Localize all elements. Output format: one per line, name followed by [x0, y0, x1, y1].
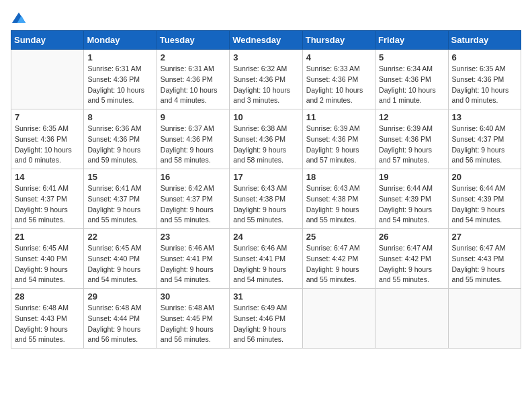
- day-info: Sunrise: 6:48 AM Sunset: 4:44 PM Dayligh…: [87, 303, 152, 345]
- calendar-cell: 29Sunrise: 6:48 AM Sunset: 4:44 PM Dayli…: [84, 289, 157, 349]
- day-info: Sunrise: 6:43 AM Sunset: 4:38 PM Dayligh…: [306, 183, 371, 226]
- day-number: 18: [306, 172, 371, 182]
- logo-icon: [11, 11, 27, 25]
- day-info: Sunrise: 6:33 AM Sunset: 4:36 PM Dayligh…: [306, 64, 371, 106]
- calendar-cell: 7Sunrise: 6:35 AM Sunset: 4:36 PM Daylig…: [11, 109, 84, 169]
- calendar-cell: [375, 289, 448, 349]
- day-number: 4: [306, 52, 371, 62]
- calendar-cell: 14Sunrise: 6:41 AM Sunset: 4:37 PM Dayli…: [11, 169, 84, 229]
- calendar-cell: 6Sunrise: 6:35 AM Sunset: 4:36 PM Daylig…: [448, 50, 521, 109]
- calendar-cell: 26Sunrise: 6:47 AM Sunset: 4:42 PM Dayli…: [375, 229, 448, 289]
- day-number: 9: [161, 112, 226, 122]
- day-info: Sunrise: 6:46 AM Sunset: 4:41 PM Dayligh…: [233, 243, 298, 285]
- day-number: 17: [233, 172, 298, 182]
- day-info: Sunrise: 6:40 AM Sunset: 4:37 PM Dayligh…: [452, 124, 517, 166]
- calendar-cell: 4Sunrise: 6:33 AM Sunset: 4:36 PM Daylig…: [302, 50, 375, 109]
- day-number: 6: [452, 52, 517, 62]
- calendar-cell: 10Sunrise: 6:38 AM Sunset: 4:36 PM Dayli…: [230, 109, 302, 169]
- day-info: Sunrise: 6:41 AM Sunset: 4:37 PM Dayligh…: [15, 183, 80, 226]
- day-info: Sunrise: 6:39 AM Sunset: 4:36 PM Dayligh…: [379, 124, 444, 166]
- day-number: 26: [379, 232, 444, 242]
- calendar-cell: 20Sunrise: 6:44 AM Sunset: 4:39 PM Dayli…: [448, 169, 521, 229]
- day-number: 3: [233, 52, 298, 62]
- day-info: Sunrise: 6:44 AM Sunset: 4:39 PM Dayligh…: [452, 183, 517, 226]
- day-number: 5: [379, 52, 444, 62]
- calendar-header-row: SundayMondayTuesdayWednesdayThursdayFrid…: [11, 31, 521, 50]
- day-number: 11: [306, 112, 371, 122]
- calendar-week-row: 1Sunrise: 6:31 AM Sunset: 4:36 PM Daylig…: [11, 50, 521, 109]
- day-info: Sunrise: 6:41 AM Sunset: 4:37 PM Dayligh…: [87, 183, 152, 226]
- calendar-cell: 30Sunrise: 6:48 AM Sunset: 4:45 PM Dayli…: [157, 289, 229, 349]
- col-header-thursday: Thursday: [302, 31, 375, 50]
- day-info: Sunrise: 6:44 AM Sunset: 4:39 PM Dayligh…: [379, 183, 444, 226]
- calendar-cell: 27Sunrise: 6:47 AM Sunset: 4:43 PM Dayli…: [448, 229, 521, 289]
- day-number: 8: [87, 112, 152, 122]
- day-number: 31: [233, 291, 298, 302]
- day-number: 23: [161, 232, 226, 242]
- day-info: Sunrise: 6:47 AM Sunset: 4:42 PM Dayligh…: [379, 243, 444, 285]
- calendar-table: SundayMondayTuesdayWednesdayThursdayFrid…: [11, 30, 521, 349]
- calendar-cell: 17Sunrise: 6:43 AM Sunset: 4:38 PM Dayli…: [230, 169, 302, 229]
- day-info: Sunrise: 6:31 AM Sunset: 4:36 PM Dayligh…: [161, 64, 226, 106]
- calendar-cell: 13Sunrise: 6:40 AM Sunset: 4:37 PM Dayli…: [448, 109, 521, 169]
- day-info: Sunrise: 6:35 AM Sunset: 4:36 PM Dayligh…: [15, 124, 80, 166]
- calendar-cell: 1Sunrise: 6:31 AM Sunset: 4:36 PM Daylig…: [84, 50, 157, 109]
- logo: [11, 11, 30, 25]
- col-header-sunday: Sunday: [11, 31, 84, 50]
- day-number: 30: [161, 291, 226, 302]
- calendar-cell: 21Sunrise: 6:45 AM Sunset: 4:40 PM Dayli…: [11, 229, 84, 289]
- day-number: 19: [379, 172, 444, 182]
- day-number: 16: [161, 172, 226, 182]
- calendar-cell: 11Sunrise: 6:39 AM Sunset: 4:36 PM Dayli…: [302, 109, 375, 169]
- calendar-cell: 23Sunrise: 6:46 AM Sunset: 4:41 PM Dayli…: [157, 229, 229, 289]
- day-number: 7: [15, 112, 80, 122]
- calendar-cell: 31Sunrise: 6:49 AM Sunset: 4:46 PM Dayli…: [230, 289, 302, 349]
- day-info: Sunrise: 6:45 AM Sunset: 4:40 PM Dayligh…: [87, 243, 152, 285]
- calendar-week-row: 21Sunrise: 6:45 AM Sunset: 4:40 PM Dayli…: [11, 229, 521, 289]
- calendar-cell: 28Sunrise: 6:48 AM Sunset: 4:43 PM Dayli…: [11, 289, 84, 349]
- calendar-cell: 16Sunrise: 6:42 AM Sunset: 4:37 PM Dayli…: [157, 169, 229, 229]
- day-number: 15: [87, 172, 152, 182]
- day-info: Sunrise: 6:31 AM Sunset: 4:36 PM Dayligh…: [87, 64, 152, 106]
- day-number: 12: [379, 112, 444, 122]
- day-info: Sunrise: 6:45 AM Sunset: 4:40 PM Dayligh…: [15, 243, 80, 285]
- calendar-cell: 22Sunrise: 6:45 AM Sunset: 4:40 PM Dayli…: [84, 229, 157, 289]
- day-info: Sunrise: 6:38 AM Sunset: 4:36 PM Dayligh…: [233, 124, 298, 166]
- calendar-cell: 12Sunrise: 6:39 AM Sunset: 4:36 PM Dayli…: [375, 109, 448, 169]
- day-info: Sunrise: 6:36 AM Sunset: 4:36 PM Dayligh…: [87, 124, 152, 166]
- calendar-cell: 18Sunrise: 6:43 AM Sunset: 4:38 PM Dayli…: [302, 169, 375, 229]
- day-number: 21: [15, 232, 80, 242]
- day-info: Sunrise: 6:35 AM Sunset: 4:36 PM Dayligh…: [452, 64, 517, 106]
- day-number: 22: [87, 232, 152, 242]
- day-number: 28: [15, 291, 80, 302]
- col-header-tuesday: Tuesday: [157, 31, 229, 50]
- col-header-monday: Monday: [84, 31, 157, 50]
- calendar-cell: 25Sunrise: 6:47 AM Sunset: 4:42 PM Dayli…: [302, 229, 375, 289]
- day-number: 14: [15, 172, 80, 182]
- day-info: Sunrise: 6:43 AM Sunset: 4:38 PM Dayligh…: [233, 183, 298, 226]
- day-number: 2: [161, 52, 226, 62]
- calendar-cell: 5Sunrise: 6:34 AM Sunset: 4:36 PM Daylig…: [375, 50, 448, 109]
- day-number: 20: [452, 172, 517, 182]
- day-info: Sunrise: 6:49 AM Sunset: 4:46 PM Dayligh…: [233, 303, 298, 345]
- col-header-wednesday: Wednesday: [230, 31, 302, 50]
- calendar-week-row: 7Sunrise: 6:35 AM Sunset: 4:36 PM Daylig…: [11, 109, 521, 169]
- day-number: 27: [452, 232, 517, 242]
- day-info: Sunrise: 6:48 AM Sunset: 4:43 PM Dayligh…: [15, 303, 80, 345]
- calendar-cell: 9Sunrise: 6:37 AM Sunset: 4:36 PM Daylig…: [157, 109, 229, 169]
- day-info: Sunrise: 6:47 AM Sunset: 4:42 PM Dayligh…: [306, 243, 371, 285]
- calendar-cell: 3Sunrise: 6:32 AM Sunset: 4:36 PM Daylig…: [230, 50, 302, 109]
- calendar-week-row: 28Sunrise: 6:48 AM Sunset: 4:43 PM Dayli…: [11, 289, 521, 349]
- day-info: Sunrise: 6:48 AM Sunset: 4:45 PM Dayligh…: [161, 303, 226, 345]
- calendar-cell: [448, 289, 521, 349]
- calendar-cell: [11, 50, 84, 109]
- calendar-cell: 15Sunrise: 6:41 AM Sunset: 4:37 PM Dayli…: [84, 169, 157, 229]
- calendar-cell: 8Sunrise: 6:36 AM Sunset: 4:36 PM Daylig…: [84, 109, 157, 169]
- calendar-cell: [302, 289, 375, 349]
- day-info: Sunrise: 6:46 AM Sunset: 4:41 PM Dayligh…: [161, 243, 226, 285]
- day-number: 10: [233, 112, 298, 122]
- day-info: Sunrise: 6:39 AM Sunset: 4:36 PM Dayligh…: [306, 124, 371, 166]
- calendar-cell: 24Sunrise: 6:46 AM Sunset: 4:41 PM Dayli…: [230, 229, 302, 289]
- day-info: Sunrise: 6:34 AM Sunset: 4:36 PM Dayligh…: [379, 64, 444, 106]
- day-number: 1: [87, 52, 152, 62]
